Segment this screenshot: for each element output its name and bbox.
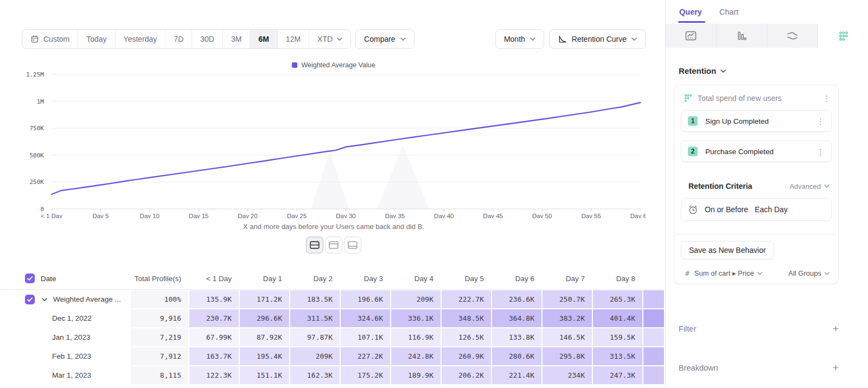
range-xtd[interactable]: XTD <box>309 30 350 48</box>
range-custom[interactable]: Custom <box>22 30 78 48</box>
retention-cell: 87.92K <box>239 328 290 347</box>
row-checkbox[interactable] <box>25 295 35 304</box>
retention-cell: 122.3K <box>189 366 239 385</box>
split-view-button[interactable] <box>306 237 323 253</box>
retention-cell: 250.7K <box>542 290 592 309</box>
svg-text:Day 55: Day 55 <box>581 213 601 218</box>
chart-x-axis-caption: X and more days before your Users came b… <box>22 222 646 231</box>
svg-text:1.25M: 1.25M <box>26 71 44 78</box>
chevron-down-icon <box>631 37 637 41</box>
retention-cell: 311.5K <box>290 309 340 328</box>
range-today[interactable]: Today <box>78 30 115 48</box>
retention-report-app: CustomTodayYesterday7D30D3M6M12MXTD Comp… <box>0 0 868 388</box>
chevron-down-icon <box>400 37 406 41</box>
retention-chart-icon[interactable] <box>818 24 868 48</box>
legend-swatch <box>292 62 297 68</box>
retention-cell: 195.4K <box>239 347 290 366</box>
save-as-new-behavior-button[interactable]: Save as New Behavior <box>681 241 774 259</box>
total-profiles-cell: 7,219 <box>130 328 189 347</box>
compare-button[interactable]: Compare <box>355 29 414 49</box>
svg-text:0: 0 <box>40 206 44 213</box>
chevron-down-icon <box>720 69 726 73</box>
report-main-area: CustomTodayYesterday7D30D3M6M12MXTD Comp… <box>0 0 665 388</box>
range-yesterday[interactable]: Yesterday <box>116 30 166 48</box>
add-breakdown-button[interactable]: + <box>833 362 839 373</box>
behavior-retention-icon <box>684 94 692 103</box>
retention-cell: 116.9K <box>391 328 441 347</box>
range-12m[interactable]: 12M <box>278 30 309 48</box>
retention-cell: 189.9K <box>391 366 441 385</box>
measurement-row: # Sum of cart ▸ Price All Groups <box>674 265 838 277</box>
range-7d[interactable]: 7D <box>165 30 192 48</box>
retention-cell: 336.1K <box>391 309 441 328</box>
svg-text:500K: 500K <box>30 152 44 159</box>
retention-cell: 222.7K <box>441 290 492 309</box>
flows-chart-icon[interactable] <box>768 24 819 48</box>
tab-query[interactable]: Query <box>679 0 702 24</box>
column-header-date: Date <box>0 268 130 289</box>
chart-controls: Month Retention Curve <box>495 29 646 49</box>
retention-cell: 133.8K <box>492 328 542 347</box>
range-6m[interactable]: 6M <box>250 30 277 48</box>
svg-text:Day 10: Day 10 <box>140 213 159 218</box>
retention-cell: 227.2K <box>340 347 391 366</box>
property-dropdown[interactable]: Sum of cart ▸ Price <box>694 269 762 277</box>
row-label: Feb 1, 2023 <box>0 352 91 360</box>
select-all-checkbox[interactable] <box>25 273 35 283</box>
table-header-row: DateTotal Profile(s)< 1 DayDay 1Day 2Day… <box>0 268 665 290</box>
retention-cell: 135.9K <box>189 290 239 309</box>
column-header-clipped <box>643 268 665 289</box>
query-sidebar: Query Chart Retention Total spen <box>665 0 868 388</box>
svg-text:Day 40: Day 40 <box>434 213 454 218</box>
row-expand-chevron[interactable] <box>42 298 47 301</box>
step-menu-button[interactable]: ⋮ <box>816 117 825 125</box>
range-30d[interactable]: 30D <box>192 30 223 48</box>
step-menu-button[interactable]: ⋮ <box>816 148 825 156</box>
total-profiles-cell: 8,115 <box>130 366 189 385</box>
retention-line-chart: 0250K500K750K1M1.25M< 1 DayDay 5Day 10Da… <box>22 71 646 218</box>
granularity-button[interactable]: Month <box>495 29 544 49</box>
svg-text:1M: 1M <box>37 98 44 105</box>
retention-cell-clipped <box>643 328 665 347</box>
row-label: Jan 1, 2023 <box>0 333 91 341</box>
advanced-dropdown[interactable]: Advanced <box>789 182 829 190</box>
range-3m[interactable]: 3M <box>223 30 250 48</box>
tab-chart[interactable]: Chart <box>719 0 738 24</box>
retention-cell: 67.99K <box>189 328 239 347</box>
chevron-down-icon <box>757 272 762 275</box>
svg-text:Day 35: Day 35 <box>385 213 405 218</box>
insights-chart-icon[interactable] <box>666 24 717 48</box>
retention-cell: 196.6K <box>340 290 391 309</box>
alarm-clock-icon <box>688 205 698 215</box>
retention-section-dropdown[interactable]: Retention <box>679 66 726 75</box>
step-purchase-completed[interactable]: 2 Purchase Completed ⋮ <box>681 141 832 162</box>
card-divider <box>674 234 838 234</box>
view-toggle-group <box>22 237 646 253</box>
add-filter-button[interactable]: + <box>833 323 839 334</box>
table-only-view-button[interactable] <box>344 237 361 253</box>
retention-cell-clipped <box>643 290 665 309</box>
chart-only-view-button[interactable] <box>325 237 342 253</box>
retention-cell: 236.6K <box>492 290 542 309</box>
bar-chart-icon[interactable] <box>717 24 768 48</box>
behavior-steps: 1 Sign Up Completed ⋮ 2 Purchase Complet… <box>674 110 838 162</box>
column-header: Day 4 <box>391 268 441 289</box>
retention-cell: 296.6K <box>239 309 290 328</box>
column-header: Day 7 <box>542 268 592 289</box>
svg-text:750K: 750K <box>30 125 44 132</box>
legend-label: Weighted Average Value <box>301 61 375 69</box>
behavior-menu-button[interactable]: ⋮ <box>822 94 831 103</box>
watermark-triangle <box>311 152 349 209</box>
svg-text:Day 45: Day 45 <box>483 213 503 218</box>
criteria-condition-card[interactable]: On or Before Each Day <box>681 198 832 221</box>
retention-cell-clipped <box>643 366 665 385</box>
retention-criteria-row: Retention Criteria Advanced <box>674 171 838 198</box>
sidebar-tabs: Query Chart <box>666 0 868 24</box>
retention-cell: 221.4K <box>492 366 542 385</box>
retention-cell: 146.5K <box>542 328 592 347</box>
step-sign-up-completed[interactable]: 1 Sign Up Completed ⋮ <box>681 110 832 132</box>
retention-cell: 234K <box>542 366 592 385</box>
chart-type-button[interactable]: Retention Curve <box>549 29 646 49</box>
all-groups-dropdown[interactable]: All Groups <box>788 269 829 277</box>
granularity-label: Month <box>504 35 525 43</box>
